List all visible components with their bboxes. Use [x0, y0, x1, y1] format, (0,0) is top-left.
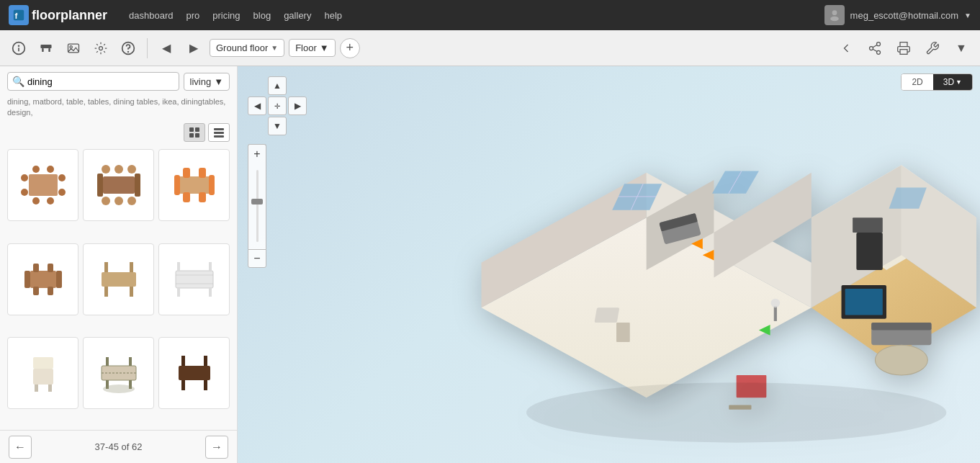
svg-point-37	[47, 197, 54, 204]
nav-links: dashboard pro pricing blog gallery help	[129, 10, 810, 21]
nav-pro[interactable]: pro	[186, 10, 199, 21]
photo-icon[interactable]	[62, 37, 85, 60]
list-view-btn[interactable]	[208, 123, 230, 142]
svg-rect-56	[56, 271, 62, 288]
floor-caret-icon: ▼	[271, 44, 278, 52]
share-btn[interactable]	[863, 37, 886, 60]
main-area: 🔍 living ▼ dining, matbord, table, table…	[0, 66, 980, 463]
nav-right-btn[interactable]: ▶	[288, 96, 307, 115]
furniture-icon[interactable]	[35, 37, 58, 60]
nav-center-btn[interactable]: ✛	[268, 96, 287, 115]
svg-point-3	[830, 17, 839, 22]
svg-point-44	[102, 197, 110, 205]
svg-rect-24	[189, 133, 194, 138]
list-item[interactable]	[158, 243, 230, 315]
svg-text:f: f	[15, 11, 18, 20]
svg-point-32	[58, 174, 66, 181]
nav-dashboard[interactable]: dashboard	[129, 10, 173, 21]
svg-point-16	[877, 42, 881, 45]
svg-rect-61	[102, 272, 136, 287]
svg-rect-75	[35, 385, 38, 392]
furniture-grid	[0, 146, 237, 430]
prev-floor-btn[interactable]: ◀	[155, 37, 178, 60]
info-icon[interactable]	[7, 37, 30, 60]
settings-icon[interactable]	[89, 37, 112, 60]
grid-view-btn[interactable]	[184, 123, 205, 142]
floor-view-caret-icon: ▼	[320, 42, 329, 53]
svg-point-18	[877, 50, 881, 54]
svg-rect-27	[214, 132, 224, 134]
category-dropdown[interactable]: living ▼	[184, 73, 230, 91]
add-floor-button[interactable]: +	[340, 38, 360, 58]
svg-point-31	[21, 189, 28, 196]
svg-rect-52	[183, 192, 190, 202]
svg-rect-10	[41, 45, 52, 47]
svg-point-42	[114, 165, 123, 174]
logo-text: floorplanner	[32, 8, 107, 23]
nav-blog[interactable]: blog	[253, 10, 271, 21]
canvas-3d-btn[interactable]: 3D ▼	[933, 74, 972, 90]
nav-up-btn[interactable]: ▲	[268, 76, 287, 95]
nav-left-btn[interactable]: ◀	[248, 96, 266, 115]
zoom-handle[interactable]	[251, 199, 263, 204]
svg-rect-40	[135, 174, 140, 197]
canvas-2d-btn[interactable]: 2D	[902, 74, 932, 90]
list-item[interactable]	[7, 337, 78, 409]
svg-point-13	[99, 46, 103, 50]
toolbar-right: ▼	[835, 37, 973, 60]
svg-rect-113	[773, 306, 776, 321]
toolbar: ◀ ▶ Ground floor ▼ Floor ▼ +	[0, 30, 980, 66]
list-item[interactable]	[158, 337, 230, 409]
search-box[interactable]: 🔍	[7, 72, 179, 91]
svg-rect-23	[195, 127, 199, 132]
tools-btn[interactable]	[921, 37, 944, 60]
floor-view-btn[interactable]: Floor ▼	[289, 39, 336, 57]
list-item[interactable]	[7, 243, 78, 315]
svg-point-45	[114, 197, 123, 205]
svg-rect-28	[214, 135, 224, 138]
category-label: living	[190, 76, 212, 87]
list-item[interactable]	[83, 337, 154, 409]
print-btn[interactable]	[892, 37, 915, 60]
list-item[interactable]	[158, 149, 230, 221]
prev-page-button[interactable]: ←	[9, 436, 32, 459]
next-floor-btn[interactable]: ▶	[182, 37, 205, 60]
list-item[interactable]	[83, 243, 154, 315]
help-icon[interactable]	[117, 37, 140, 60]
zoom-out-btn[interactable]: −	[248, 249, 266, 268]
svg-rect-88	[204, 356, 207, 366]
user-menu[interactable]: meg_escott@hotmail.com ▼	[824, 5, 971, 25]
svg-rect-26	[214, 128, 224, 130]
svg-rect-21	[900, 49, 907, 54]
nav-help[interactable]: help	[324, 10, 342, 21]
zoom-in-btn[interactable]: +	[248, 144, 266, 163]
search-input[interactable]	[27, 76, 174, 87]
svg-point-12	[70, 45, 72, 48]
nav-controls: ▲ ◀ ✛ ▶ ▼	[248, 76, 307, 135]
svg-point-83	[103, 385, 135, 393]
next-page-button[interactable]: →	[205, 436, 228, 459]
svg-rect-84	[179, 366, 210, 380]
search-tags: dining, matbord, table, tables, dining t…	[0, 96, 237, 123]
svg-rect-72	[209, 262, 212, 271]
svg-point-41	[102, 165, 110, 174]
canvas-view-toggle: 2D 3D ▼	[901, 73, 973, 91]
nav-down-btn[interactable]: ▼	[268, 117, 287, 135]
top-navigation: f floorplanner dashboard pro pricing blo…	[0, 0, 980, 30]
svg-rect-54	[30, 271, 56, 288]
svg-rect-76	[48, 385, 52, 392]
svg-rect-66	[176, 271, 213, 288]
logo-icon: f	[9, 5, 29, 25]
floor-label: Ground floor	[216, 42, 268, 53]
toolbar-separator	[147, 38, 148, 58]
more-btn[interactable]: ▼	[950, 37, 973, 60]
back-btn[interactable]	[835, 37, 858, 60]
floor-selector[interactable]: Ground floor ▼	[210, 39, 284, 57]
svg-rect-39	[97, 174, 103, 197]
nav-pricing[interactable]: pricing	[212, 10, 240, 21]
nav-gallery[interactable]: gallery	[284, 10, 311, 21]
list-item[interactable]	[7, 149, 78, 221]
zoom-slider[interactable]	[248, 163, 266, 249]
logo[interactable]: f floorplanner	[9, 5, 107, 25]
list-item[interactable]	[83, 149, 154, 221]
